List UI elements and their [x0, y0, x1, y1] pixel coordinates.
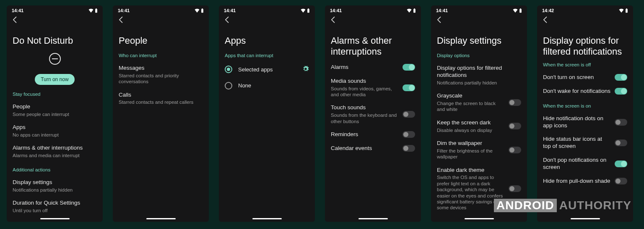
- back-button[interactable]: [537, 14, 633, 25]
- nav-handle[interactable]: [146, 218, 176, 219]
- settings-item[interactable]: Apps No apps can interrupt: [13, 121, 97, 141]
- toggle-switch[interactable]: [615, 161, 627, 167]
- back-button[interactable]: [113, 14, 209, 25]
- radio-label: Selected apps: [238, 66, 273, 73]
- toggle-switch[interactable]: [615, 74, 627, 81]
- status-icons: [195, 8, 204, 13]
- svg-rect-7: [414, 8, 415, 9]
- status-time: 14:41: [330, 8, 342, 13]
- screen-display-settings: 14:41 Display settings Display options D…: [431, 5, 527, 222]
- svg-rect-4: [307, 9, 309, 13]
- toggle-item[interactable]: Don't pop notifications on screen: [543, 153, 627, 174]
- toggle-switch[interactable]: [402, 64, 415, 71]
- page-title: Do Not Disturb: [13, 35, 97, 46]
- toggle-item[interactable]: Don't turn on screen: [543, 71, 627, 84]
- screen-do-not-disturb: 14:41 Do Not Disturb Turn on now Stay fo…: [7, 5, 103, 222]
- settings-item[interactable]: Calls Starred contacts and repeat caller…: [119, 88, 203, 109]
- toggle-switch[interactable]: [402, 131, 415, 138]
- item-title: Apps: [13, 124, 97, 131]
- status-bar: 14:41: [7, 5, 103, 14]
- screen-apps: 14:41 Apps Apps that can interrupt Selec…: [219, 5, 315, 222]
- item-title: Alarms: [331, 64, 398, 71]
- toggle-item[interactable]: Don't wake for notifications: [543, 84, 627, 98]
- nav-handle[interactable]: [252, 218, 282, 219]
- toggle-item[interactable]: Calendar events: [331, 142, 415, 155]
- item-subtitle: Some people can interrupt: [13, 111, 97, 117]
- toggle-switch[interactable]: [402, 145, 415, 152]
- status-bar: 14:41: [219, 5, 315, 14]
- toggle-switch[interactable]: [402, 84, 415, 91]
- radio-label: None: [238, 82, 251, 89]
- radio-button[interactable]: [225, 66, 232, 73]
- radio-option[interactable]: Selected apps: [225, 61, 309, 78]
- toggle-switch[interactable]: [615, 178, 627, 184]
- settings-item[interactable]: Duration for Quick Settings Until you tu…: [13, 196, 97, 217]
- item-title: Display settings: [13, 179, 97, 186]
- back-button[interactable]: [7, 14, 103, 25]
- item-subtitle: Change the screen to black and white: [437, 100, 504, 113]
- radio-button[interactable]: [225, 82, 232, 89]
- status-bar: 14:42: [537, 5, 633, 14]
- nav-handle[interactable]: [358, 218, 388, 219]
- dnd-icon: [49, 53, 61, 65]
- settings-item[interactable]: Messages Starred contacts and priority c…: [119, 61, 203, 88]
- item-title: Grayscale: [437, 92, 504, 100]
- toggle-switch[interactable]: [509, 99, 521, 106]
- item-subtitle: Sounds from the keyboard and other butto…: [331, 112, 398, 124]
- back-button[interactable]: [325, 14, 421, 25]
- radio-option[interactable]: None: [225, 78, 309, 94]
- status-bar: 14:41: [325, 5, 421, 14]
- svg-rect-1: [96, 8, 96, 9]
- status-icons: [301, 8, 310, 13]
- gear-icon[interactable]: [302, 66, 309, 74]
- toggle-item[interactable]: Alarms: [331, 61, 415, 74]
- settings-item[interactable]: Dim the wallpaper Filter the brightness …: [437, 137, 521, 163]
- nav-handle[interactable]: [571, 218, 600, 219]
- toggle-switch[interactable]: [402, 111, 415, 118]
- back-button[interactable]: [219, 14, 315, 25]
- item-title: Hide from pull-down shade: [543, 178, 610, 185]
- settings-item[interactable]: Display settings Notifications partially…: [13, 176, 97, 196]
- item-title: Keep the screen dark: [437, 119, 504, 126]
- status-time: 14:41: [118, 8, 130, 13]
- settings-item[interactable]: Alarms & other interruptions Alarms and …: [13, 141, 97, 162]
- toggle-item[interactable]: Hide from pull-down shade: [543, 174, 627, 188]
- item-title: Hide notification dots on app icons: [543, 115, 610, 129]
- status-time: 14:42: [542, 8, 554, 13]
- section-label: Additional actions: [13, 167, 97, 172]
- settings-item[interactable]: Display options for filtered notificatio…: [437, 61, 521, 89]
- page-title: Display settings: [437, 35, 521, 46]
- toggle-switch[interactable]: [615, 140, 627, 146]
- section-label: When the screen is on: [543, 103, 627, 108]
- svg-rect-3: [202, 8, 203, 9]
- nav-handle[interactable]: [40, 218, 70, 219]
- item-subtitle: Disable always on display: [437, 127, 504, 133]
- item-title: Don't wake for notifications: [543, 88, 610, 95]
- toggle-item[interactable]: Hide notification dots on app icons: [543, 112, 627, 133]
- item-subtitle: Filter the brightness of the wallpaper: [437, 148, 504, 160]
- toggle-switch[interactable]: [615, 119, 627, 126]
- screen-display-options: 14:42 Display options for filtered notif…: [537, 5, 633, 222]
- item-title: Don't turn on screen: [543, 74, 610, 81]
- status-time: 14:41: [12, 8, 23, 13]
- toggle-item[interactable]: Media sounds Sounds from videos, games, …: [331, 74, 415, 101]
- item-title: People: [13, 103, 97, 111]
- status-time: 14:41: [224, 8, 236, 13]
- toggle-switch[interactable]: [509, 147, 521, 153]
- settings-item[interactable]: Keep the screen dark Disable always on d…: [437, 116, 521, 137]
- toggle-switch[interactable]: [509, 185, 521, 192]
- toggle-item[interactable]: Touch sounds Sounds from the keyboard an…: [331, 101, 415, 128]
- toggle-switch[interactable]: [509, 123, 521, 129]
- toggle-switch[interactable]: [615, 88, 627, 95]
- toggle-item[interactable]: Reminders: [331, 128, 415, 142]
- settings-item[interactable]: People Some people can interrupt: [13, 100, 97, 121]
- settings-item[interactable]: Grayscale Change the screen to black and…: [437, 89, 521, 116]
- status-time: 14:41: [436, 8, 448, 13]
- toggle-item[interactable]: Hide status bar icons at top of screen: [543, 132, 627, 153]
- item-title: Media sounds: [331, 78, 398, 85]
- page-title: Display options for filtered notificatio…: [543, 35, 627, 57]
- nav-handle[interactable]: [465, 218, 494, 219]
- status-icons: [88, 8, 98, 13]
- back-button[interactable]: [431, 14, 527, 25]
- turn-on-now-button[interactable]: Turn on now: [35, 74, 74, 85]
